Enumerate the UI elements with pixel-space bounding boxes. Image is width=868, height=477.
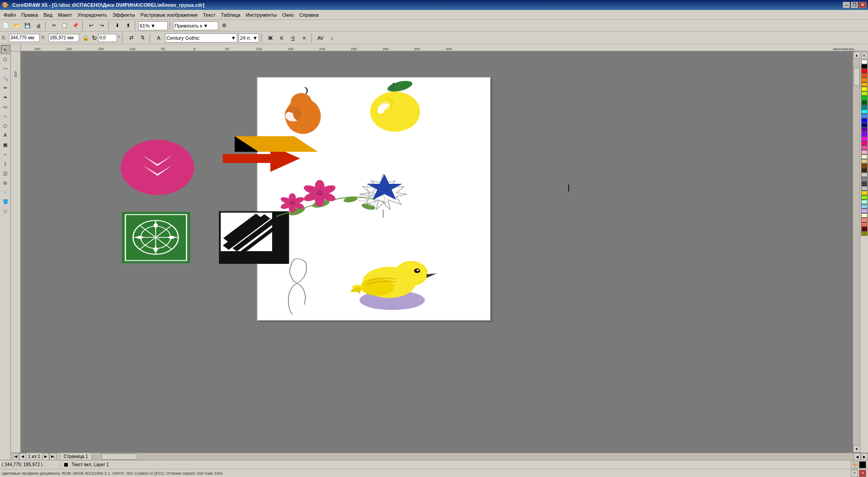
menu-edit[interactable]: Правка (19, 11, 41, 19)
snap-dropdown[interactable]: Привязать к ▼ (173, 21, 218, 30)
connector-tool[interactable]: ⤵ (1, 159, 10, 168)
font-size-dropdown[interactable]: 24 п. ▼ (239, 33, 259, 42)
help-button-status[interactable]: ? (851, 470, 858, 477)
table-tool[interactable]: ▦ (1, 140, 10, 149)
open-button[interactable]: 📂 (12, 21, 22, 31)
color-olive[interactable] (861, 231, 868, 236)
fill-tool[interactable]: 🪣 (1, 197, 10, 206)
menu-table[interactable]: Таблица (218, 11, 243, 19)
outline-tool[interactable]: □ (1, 206, 10, 215)
mirror-v-button[interactable]: ⇅ (137, 33, 147, 43)
smear-tool[interactable]: 〰 (1, 64, 10, 73)
export-button[interactable]: ⬆ (123, 21, 133, 31)
snap-options-button[interactable]: ⚙ (219, 21, 229, 31)
vscroll-track[interactable] (853, 59, 860, 445)
menu-arrange[interactable]: Упорядочить (75, 11, 109, 19)
vscroll-up-button[interactable]: ▲ (853, 51, 860, 59)
select-tool[interactable]: ↖ (1, 45, 10, 54)
color-magenta[interactable] (861, 136, 868, 141)
color-light-pink[interactable] (861, 150, 868, 154)
undo-button[interactable]: ↩ (86, 21, 96, 31)
polygon-tool[interactable]: ⬠ (1, 121, 10, 130)
zoom-tool[interactable]: 🔍 (1, 74, 10, 83)
color-dark-blue[interactable] (861, 123, 868, 127)
font-dropdown[interactable]: Century Gothic ▼ (165, 33, 237, 42)
hscroll-left-button[interactable]: ◀ (854, 453, 861, 460)
color-brown[interactable] (861, 164, 868, 168)
color-green[interactable] (861, 96, 868, 100)
char-spacing-button[interactable]: AV (316, 33, 326, 43)
redo-button[interactable]: ↪ (97, 21, 107, 31)
dimension-tool[interactable]: ↔ (1, 150, 10, 159)
status-color-button[interactable]: 🎨 (851, 461, 858, 468)
color-silver[interactable] (861, 186, 868, 191)
underline-button[interactable]: Ч (288, 33, 298, 43)
bold-button[interactable]: Ж (265, 33, 275, 43)
close-button[interactable]: ✕ (859, 2, 866, 8)
menu-text[interactable]: Текст (200, 11, 218, 19)
menu-effects[interactable]: Эффекты (110, 11, 138, 19)
color-dark-brown[interactable] (861, 168, 868, 173)
color-violet[interactable] (861, 132, 868, 136)
shape-tool[interactable]: ⬡ (1, 55, 10, 64)
save-button[interactable]: 💾 (23, 21, 33, 31)
color-light-gray[interactable] (861, 173, 868, 177)
color-salmon[interactable] (861, 218, 868, 222)
restore-button[interactable]: ❐ (851, 2, 858, 8)
menu-help[interactable]: Справка (297, 11, 321, 19)
color-yellow-green[interactable] (861, 91, 868, 96)
first-page-button[interactable]: |◀ (12, 453, 19, 460)
status-black-swatch[interactable] (859, 461, 866, 468)
hscroll-track[interactable] (92, 453, 854, 460)
color-pink[interactable] (861, 141, 868, 145)
hscroll-right-button[interactable]: ▶ (861, 453, 868, 460)
color-sky[interactable] (861, 204, 868, 209)
freehand-tool[interactable]: ✏ (1, 83, 10, 92)
color-lavender[interactable] (861, 209, 868, 213)
zoom-dropdown[interactable]: 61% ▼ (138, 21, 168, 30)
angle-input[interactable] (98, 34, 117, 42)
no-color-swatch[interactable]: ✕ (861, 52, 868, 59)
menu-bitmaps[interactable]: Растровые изображения (138, 11, 200, 19)
color-gold[interactable] (861, 191, 868, 195)
vscroll-thumb[interactable] (854, 68, 860, 86)
menu-view[interactable]: Вид (41, 11, 55, 19)
y-input[interactable] (48, 34, 79, 42)
minimize-button[interactable]: — (843, 2, 850, 8)
color-lime[interactable] (861, 195, 868, 200)
error-button-status[interactable]: ✕ (859, 470, 866, 477)
color-cyan[interactable] (861, 109, 868, 114)
x-input[interactable] (9, 34, 40, 42)
color-dark-gray[interactable] (861, 182, 868, 186)
color-white[interactable] (861, 60, 868, 64)
color-yellow[interactable] (861, 87, 868, 91)
mirror-h-button[interactable]: ⇄ (126, 33, 136, 43)
color-maroon[interactable] (861, 227, 868, 231)
hscroll-thumb[interactable] (101, 454, 137, 460)
color-coral[interactable] (861, 222, 868, 227)
prev-page-button[interactable]: ◀ (19, 453, 26, 460)
color-light-blue[interactable] (861, 114, 868, 118)
color-tan[interactable] (861, 159, 868, 164)
menu-tools[interactable]: Инструменты (243, 11, 280, 19)
color-mint[interactable] (861, 200, 868, 204)
vscroll-down-button[interactable]: ▼ (853, 445, 860, 453)
menu-layout[interactable]: Макет (55, 11, 75, 19)
menu-file[interactable]: Файл (1, 11, 19, 19)
next-page-button[interactable]: ▶ (42, 453, 49, 460)
smartdraw-tool[interactable]: ✒ (1, 93, 10, 102)
page-tab-1[interactable]: Страница 1 (60, 453, 92, 460)
color-dark-green[interactable] (861, 100, 868, 105)
color-orange[interactable] (861, 78, 868, 82)
print-button[interactable]: 🖨 (33, 21, 43, 31)
circle-tool[interactable]: ○ (1, 112, 10, 121)
text-tool[interactable]: A (1, 131, 10, 140)
copy-button[interactable]: 📋 (60, 21, 70, 31)
color-blue[interactable] (861, 118, 868, 123)
canvas-area[interactable]: | (21, 51, 853, 453)
line-spacing-button[interactable]: ↕ (327, 33, 337, 43)
color-purple[interactable] (861, 127, 868, 132)
color-hot-pink[interactable] (861, 145, 868, 150)
color-teal[interactable] (861, 105, 868, 109)
italic-button[interactable]: К (277, 33, 287, 43)
